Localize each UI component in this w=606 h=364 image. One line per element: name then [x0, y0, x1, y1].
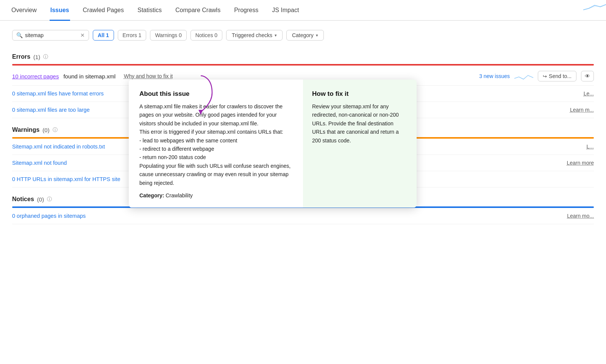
- top-nav: Overview Issues Crawled Pages Statistics…: [0, 0, 606, 21]
- popup-fix-section: How to fix it Review your sitemap.xml fo…: [303, 80, 417, 208]
- issue-detail-popup[interactable]: About this issue A sitemap.xml file make…: [129, 80, 417, 208]
- search-icon: 🔍: [16, 32, 23, 38]
- popup-fix-title: How to fix it: [312, 90, 408, 98]
- category-dropdown[interactable]: Category ▾: [286, 30, 324, 41]
- filter-bar: 🔍 ✕ All 1 Errors 1 Warnings 0 Notices 0 …: [12, 30, 594, 41]
- warnings-count: (0): [42, 127, 49, 133]
- warnings-title: Warnings: [12, 127, 39, 133]
- errors-title: Errors: [12, 53, 30, 60]
- warnings-info-icon[interactable]: ⓘ: [53, 127, 58, 133]
- learn-more-w1[interactable]: Learn more: [567, 160, 594, 166]
- all-filter-button[interactable]: All 1: [93, 30, 114, 41]
- category-arrow-icon: ▾: [316, 33, 318, 38]
- main-issue-text: found in sitemap.xml: [63, 73, 116, 80]
- eye-button[interactable]: 👁: [581, 71, 594, 81]
- notice-row-0: 0 orphaned pages in sitemaps Learn mo...: [12, 208, 594, 224]
- nav-progress[interactable]: Progress: [233, 0, 259, 21]
- popup-category-value: Crawlability: [166, 192, 193, 198]
- learn-more-w0[interactable]: L...: [587, 144, 594, 150]
- notices-filter-button[interactable]: Notices 0: [191, 30, 222, 41]
- new-issues-badge[interactable]: 3 new issues: [479, 73, 510, 79]
- why-fix-link[interactable]: Why and how to fix it: [124, 73, 173, 79]
- nav-compare-crawls[interactable]: Compare Crawls: [175, 0, 221, 21]
- popup-fix-text: Review your sitemap.xml for any redirect…: [312, 102, 408, 145]
- popup-about-section: About this issue A sitemap.xml file make…: [129, 80, 303, 208]
- learn-more-0[interactable]: Le...: [584, 91, 594, 97]
- notices-title: Notices: [12, 196, 34, 203]
- nav-js-impact[interactable]: JS Impact: [271, 0, 300, 21]
- send-to-button[interactable]: ↪ Send to...: [538, 71, 576, 81]
- learn-more-n0[interactable]: Learn mo...: [567, 213, 594, 219]
- nav-statistics[interactable]: Statistics: [137, 0, 162, 21]
- triggered-checks-dropdown[interactable]: Triggered checks ▾: [226, 30, 283, 41]
- warnings-filter-button[interactable]: Warnings 0: [150, 30, 186, 41]
- errors-sparkline-chart: [583, 2, 606, 12]
- triggered-checks-arrow-icon: ▾: [275, 33, 277, 38]
- errors-filter-button[interactable]: Errors 1: [118, 30, 147, 41]
- send-icon: ↪: [543, 73, 547, 79]
- learn-more-1[interactable]: Learn m...: [570, 107, 594, 113]
- popup-category: Category: Crawlability: [139, 192, 292, 198]
- nav-overview[interactable]: Overview: [11, 0, 37, 21]
- notices-count: (0): [37, 196, 44, 203]
- search-input[interactable]: [25, 32, 78, 38]
- eye-icon: 👁: [585, 73, 590, 79]
- nav-crawled-pages[interactable]: Crawled Pages: [82, 0, 125, 21]
- nav-issues[interactable]: Issues: [50, 0, 70, 21]
- errors-info-icon[interactable]: ⓘ: [43, 53, 48, 60]
- errors-count: (1): [33, 54, 40, 60]
- search-box: 🔍 ✕: [12, 30, 89, 41]
- popup-about-title: About this issue: [139, 90, 292, 98]
- new-issues-sparkline: [514, 72, 533, 81]
- notice-link-0[interactable]: 0 orphaned pages in sitemaps: [12, 213, 563, 219]
- main-issue-link[interactable]: 10 incorrect pages: [12, 73, 59, 80]
- errors-header-row: Errors (1) ⓘ: [12, 51, 594, 62]
- errors-header: Errors (1) ⓘ: [12, 51, 48, 62]
- notices-info-icon[interactable]: ⓘ: [47, 196, 52, 203]
- clear-icon[interactable]: ✕: [80, 32, 85, 38]
- popup-about-text: A sitemap.xml file makes it easier for c…: [139, 102, 292, 187]
